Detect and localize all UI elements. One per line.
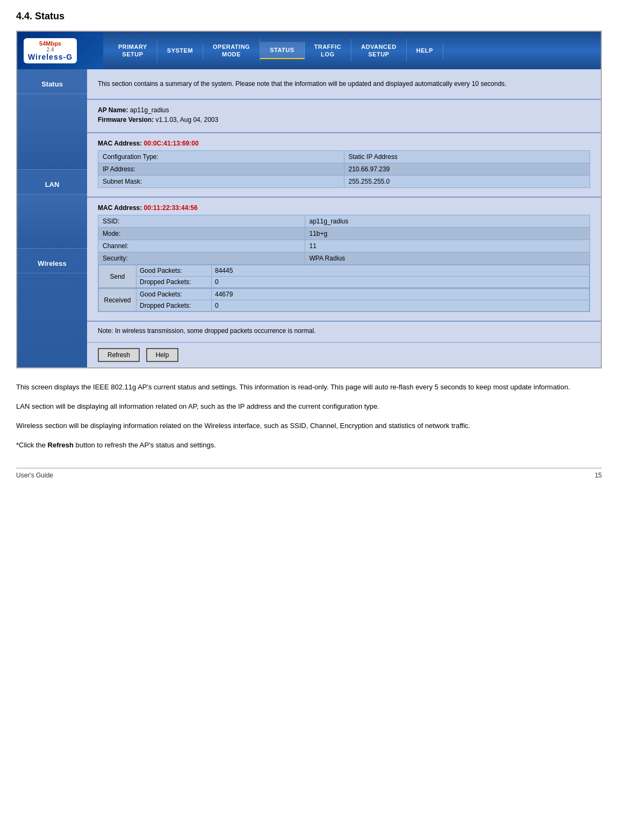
recv-dropped-val: 0 [212, 300, 590, 312]
send-dropped-val: 0 [212, 277, 590, 288]
recv-dropped-row: Dropped Packets: 0 [99, 300, 590, 312]
router-nav: PrimarySetup System OperatingMode Status… [103, 32, 601, 69]
security-val: WPA Radius [305, 252, 590, 265]
nav-operating-mode[interactable]: OperatingMode [203, 39, 260, 63]
send-good-val: 84445 [212, 265, 590, 277]
wireless-mac-label: MAC Address: [98, 204, 142, 212]
nav-primary-setup[interactable]: PrimarySetup [109, 39, 157, 63]
wireless-table-section: MAC Address: 00:11:22:33:44:56 SSID: ap1… [87, 198, 601, 322]
ssid-key: SSID: [98, 215, 305, 228]
recv-dropped-key: Dropped Packets: [136, 300, 212, 312]
sidebar-status-section: Status [17, 69, 87, 94]
recv-good-val: 44679 [212, 289, 590, 300]
send-dropped-row: Dropped Packets: 0 [99, 277, 590, 288]
page-footer: User's Guide 15 [16, 468, 602, 479]
body-paragraph-2: LAN section will be displaying all infor… [16, 401, 602, 412]
sidebar-status-label: Status [41, 80, 63, 88]
nav-status[interactable]: Status [260, 42, 304, 59]
table-row: Channel: 11 [98, 240, 590, 252]
sidebar-wireless-section: Wireless [17, 248, 87, 273]
ap-name-label: AP Name: [98, 106, 128, 114]
lan-table-section: MAC Address: 00:0C:41:13:69:00 Configura… [87, 133, 601, 198]
recv-label: Received [99, 289, 136, 312]
ap-name-row: AP Name: ap11g_radius [98, 106, 590, 114]
wireless-mac-row: MAC Address: 00:11:22:33:44:56 [98, 204, 590, 212]
table-row: IP Address: 210.66.97.239 [98, 163, 590, 176]
firmware-val: v1.1.03, Aug 04, 2003 [155, 116, 218, 124]
sidebar-wireless-label: Wireless [38, 259, 66, 267]
logo-name: Wireless-G [28, 53, 73, 61]
router-panel: 54Mbps 2.4 Wireless-G PrimarySetup Syste… [16, 31, 602, 368]
lan-config-type-val: Static IP Address [344, 151, 590, 163]
send-good-row: Send Good Packets: 84445 [99, 265, 590, 277]
note-text: Note: In wireless transmission, some dro… [98, 327, 590, 335]
nav-system[interactable]: System [157, 42, 203, 59]
sidebar-lan-section: LAN [17, 169, 87, 194]
lan-mac-row: MAC Address: 00:0C:41:13:69:00 [98, 140, 590, 147]
help-button[interactable]: Help [146, 348, 179, 362]
footer-left: User's Guide [16, 472, 53, 479]
lan-mac-label: MAC Address: [98, 140, 142, 147]
refresh-note-bold: Refresh [48, 441, 74, 449]
lan-mac-value: 00:0C:41:13:69:00 [144, 140, 199, 147]
router-sidebar: Status LAN Wireless [17, 69, 87, 367]
firmware-row: Firmware Version: v1.1.03, Aug 04, 2003 [98, 116, 590, 124]
body-paragraph-4: *Click the Refresh button to refresh the… [16, 439, 602, 451]
button-section: Refresh Help [87, 343, 601, 367]
sidebar-lan-label: LAN [45, 180, 60, 189]
nav-advanced-setup[interactable]: AdvancedSetup [351, 39, 407, 63]
table-row: Security: WPA Radius [98, 252, 590, 265]
recv-good-key: Good Packets: [136, 289, 212, 300]
send-good-key: Good Packets: [136, 265, 212, 277]
lan-ip-val: 210.66.97.239 [344, 163, 590, 176]
wireless-mac-value: 00:11:22:33:44:56 [144, 204, 198, 212]
status-description: This section contains a summary of the s… [98, 79, 506, 89]
channel-key: Channel: [98, 240, 305, 252]
refresh-note-prefix: *Click the [16, 441, 48, 449]
refresh-note-suffix: button to refresh the AP's status and se… [74, 441, 216, 449]
router-body: Status LAN Wireless This section contain… [17, 69, 601, 367]
send-nested-cell: Send Good Packets: 84445 Dropped Packets… [98, 265, 590, 288]
table-row: Subnet Mask: 255.255.255.0 [98, 176, 590, 188]
lan-ip-key: IP Address: [98, 163, 344, 176]
mode-val: 11b+g [305, 228, 590, 240]
send-table: Send Good Packets: 84445 Dropped Packets… [98, 265, 590, 288]
device-info-block: AP Name: ap11g_radius Firmware Version: … [87, 100, 601, 133]
wireless-data-table: SSID: ap11g_radius Mode: 11b+g Channel: … [98, 215, 590, 312]
refresh-button[interactable]: Refresh [98, 348, 140, 362]
status-info-section: This section contains a summary of the s… [87, 69, 601, 100]
router-logo: 54Mbps 2.4 Wireless-G [17, 32, 103, 69]
lan-config-type-key: Configuration Type: [98, 151, 344, 163]
mode-key: Mode: [98, 228, 305, 240]
lan-subnet-val: 255.255.255.0 [344, 176, 590, 188]
nav-help[interactable]: Help [407, 42, 443, 59]
logo-speed: 54Mbps [28, 40, 73, 47]
ssid-val: ap11g_radius [305, 215, 590, 228]
lan-subnet-key: Subnet Mask: [98, 176, 344, 188]
send-dropped-key: Dropped Packets: [136, 277, 212, 288]
table-row: SSID: ap11g_radius [98, 215, 590, 228]
send-label: Send [99, 265, 136, 288]
send-row: Send Good Packets: 84445 Dropped Packets… [98, 265, 590, 288]
footer-right: 15 [595, 472, 602, 479]
logo-inner: 54Mbps 2.4 Wireless-G [24, 38, 77, 63]
recv-row: Received Good Packets: 44679 Dropped Pac… [98, 288, 590, 312]
channel-val: 11 [305, 240, 590, 252]
note-section: Note: In wireless transmission, some dro… [87, 322, 601, 343]
nav-traffic-log[interactable]: TrafficLog [305, 39, 352, 63]
security-key: Security: [98, 252, 305, 265]
recv-nested-cell: Received Good Packets: 44679 Dropped Pac… [98, 288, 590, 312]
router-header: 54Mbps 2.4 Wireless-G PrimarySetup Syste… [17, 32, 601, 69]
lan-data-table: Configuration Type: Static IP Address IP… [98, 150, 590, 188]
page-title: 4.4. Status [16, 11, 602, 22]
body-text-section: This screen displays the IEEE 802.11g AP… [16, 381, 602, 451]
ap-name-val: ap11g_radius [130, 106, 169, 114]
table-row: Mode: 11b+g [98, 228, 590, 240]
recv-good-row: Received Good Packets: 44679 [99, 289, 590, 300]
firmware-label: Firmware Version: [98, 116, 154, 124]
body-paragraph-1: This screen displays the IEEE 802.11g AP… [16, 381, 602, 393]
main-content: This section contains a summary of the s… [87, 69, 601, 367]
logo-freq: 2.4 [28, 47, 73, 53]
recv-table: Received Good Packets: 44679 Dropped Pac… [98, 288, 590, 312]
table-row: Configuration Type: Static IP Address [98, 151, 590, 163]
